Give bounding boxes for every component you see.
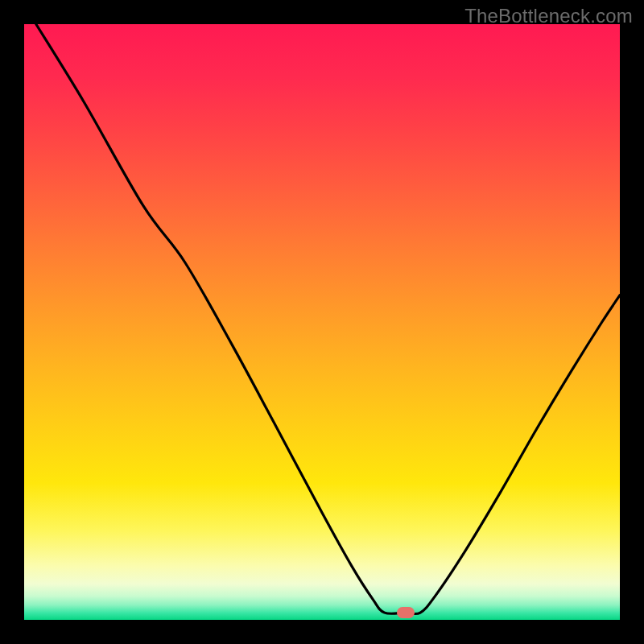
chart-frame: TheBottleneck.com [0,0,644,644]
bottleneck-curve [24,24,620,620]
watermark-text: TheBottleneck.com [464,5,633,27]
plot-area [24,24,620,620]
trough-marker [397,607,415,618]
